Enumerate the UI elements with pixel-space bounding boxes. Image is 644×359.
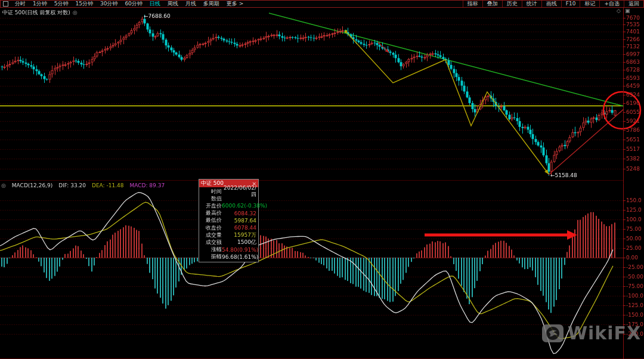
price-axis-label: 6863 <box>626 59 643 65</box>
peak-price-label: ←7688.60 <box>144 13 171 19</box>
macd-axis-label: 50.00 <box>626 236 643 242</box>
macd-settings-icon[interactable]: ◎ <box>1 183 6 188</box>
macd-axis-label: 75.00 <box>626 226 643 232</box>
menu-item-日线[interactable]: 日线 <box>146 1 164 7</box>
panel-icon[interactable]: ▣ <box>625 8 630 14</box>
low-price-label: ←5158.48 <box>550 172 577 178</box>
macd-formula[interactable]: MACD(12,26,9) <box>12 182 52 188</box>
tooltip-row-label: 振幅 <box>199 253 222 261</box>
menu-item-指标[interactable]: 指标 <box>463 1 482 7</box>
menu-item-60分钟[interactable]: 60分钟 <box>121 1 145 7</box>
tooltip-row-label: 最低价 <box>199 216 222 224</box>
tooltip-row-label: 时间 <box>199 188 222 196</box>
corner-icons: ◇▣ <box>617 8 630 14</box>
menu-item-历史[interactable]: 历史 <box>502 1 522 7</box>
symbol-title-row: 中证 500(日线 前复权 对数) ◎ <box>2 9 78 17</box>
window-icon[interactable] <box>3 1 8 7</box>
tooltip-row-value: 6000.62(-0.38%) <box>222 203 269 209</box>
tooltip-row-label: 数值 <box>199 195 222 203</box>
macd-axis-label: -50.00 <box>626 274 643 280</box>
chart-canvas[interactable] <box>0 0 644 359</box>
top-menubar: 分时1分钟5分钟15分钟30分钟60分钟日线周线月线多周期更多 > 指标叠加历史… <box>0 0 644 8</box>
tooltip-row-成交量: 成交量15957万 <box>199 231 258 239</box>
menu-item-返回[interactable]: 返回 <box>624 1 643 7</box>
macd-axis-label: -75.00 <box>626 283 643 289</box>
tooltip-row-振幅: 振幅96.68(1.61%) <box>199 253 258 261</box>
tooltip-row-label: 开盘价 <box>199 202 222 210</box>
price-axis-label: 5651 <box>626 137 643 143</box>
tooltip-row-开盘价: 开盘价6000.62(-0.38%) <box>199 202 258 209</box>
menu-item-标记[interactable]: 标记 <box>580 1 599 7</box>
tooltip-row-label: 成交额 <box>199 239 222 246</box>
tooltip-row-value: 96.68(1.61%) <box>222 254 260 260</box>
price-axis-label: 5921 <box>626 118 643 124</box>
macd-axis-label: -100.0 <box>626 293 643 299</box>
price-axis-label: 7401 <box>626 29 643 35</box>
macd-axis-label: 150.0 <box>626 197 643 203</box>
quote-tooltip-title: 中证 500 <box>201 180 224 187</box>
price-axis-label: 5517 <box>626 146 643 152</box>
menu-item-+自选[interactable]: +自选 <box>599 1 624 7</box>
tooltip-row-最高价: 最高价6084.32 <box>199 210 258 217</box>
macd-axis-label: -25.00 <box>626 264 643 270</box>
macd-header: ◎ MACD(12,26,9) DIF: 33.20 DEA: -11.48 M… <box>1 182 165 188</box>
macd-macd-value: MACD: 89.37 <box>129 182 165 188</box>
price-axis-label: 7132 <box>626 44 643 49</box>
menu-item-画线[interactable]: 画线 <box>541 1 561 7</box>
price-axis-label: 5248 <box>626 166 643 172</box>
tooltip-row-value: 1500亿 <box>222 239 258 246</box>
menu-item-15分钟[interactable]: 15分钟 <box>72 1 96 7</box>
menu-item-1分钟[interactable]: 1分钟 <box>29 1 51 7</box>
menu-item-30分钟[interactable]: 30分钟 <box>97 1 121 7</box>
tooltip-row-时间: 时间2022/06/02/四 <box>199 188 258 195</box>
diamond-icon[interactable]: ◇ <box>617 8 621 14</box>
tooltip-row-成交额: 成交额1500亿 <box>199 239 258 246</box>
price-axis-label: 7266 <box>626 36 643 42</box>
wikifx-logo-icon <box>541 324 564 343</box>
menu-item-5分钟[interactable]: 5分钟 <box>51 1 72 7</box>
quote-tooltip[interactable]: 中证 500 × 时间2022/06/02/四数值开盘价6000.62(-0.3… <box>199 179 259 262</box>
menu-item-多周期[interactable]: 多周期 <box>200 1 223 7</box>
tooltip-row-value: 6078.44 <box>222 225 258 231</box>
menu-item-统计[interactable]: 统计 <box>522 1 541 7</box>
tooltip-row-收盘价: 收盘价6078.44 <box>199 224 258 231</box>
tooltip-row-value: 5987.64 <box>222 218 258 224</box>
period-menu: 分时1分钟5分钟15分钟30分钟60分钟日线周线月线多周期更多 > <box>11 1 247 7</box>
tooltip-row-value: 15957万 <box>222 231 258 239</box>
macd-dea-value: DEA: -11.48 <box>92 182 124 188</box>
tooltip-row-涨幅: 涨幅54.80(0.91%) <box>199 246 258 253</box>
tooltip-row-label: 涨幅 <box>199 246 222 253</box>
price-axis-label: 6324 <box>626 92 643 98</box>
menu-item-更多 >[interactable]: 更多 > <box>223 1 247 7</box>
menu-item-月线[interactable]: 月线 <box>182 1 200 7</box>
wikifx-text: WikiFX <box>568 324 641 342</box>
wikifx-watermark: WikiFX <box>541 324 641 343</box>
tooltip-row-value: 2022/06/02/四 <box>222 185 258 199</box>
macd-axis-label: 25.00 <box>626 245 643 251</box>
tooltip-row-value: 6084.32 <box>222 211 258 216</box>
menu-item-F10[interactable]: F10 <box>561 1 580 7</box>
macd-axis-label: -150.0 <box>626 312 643 318</box>
price-axis-label: 6055 <box>626 109 643 115</box>
price-axis-label: 5786 <box>626 127 643 133</box>
menu-item-周线[interactable]: 周线 <box>164 1 182 7</box>
price-axis-label: 6997 <box>626 51 643 57</box>
price-axis-label: 6190 <box>626 100 643 106</box>
macd-axis-label: 125.0 <box>626 207 643 213</box>
tooltip-row-value: 54.80(0.91%) <box>222 247 260 253</box>
gear-icon[interactable]: ◎ <box>73 10 78 16</box>
price-axis-label: 7535 <box>626 21 643 27</box>
tooltip-row-最低价: 最低价5987.64 <box>199 217 258 224</box>
price-axis-label: 6728 <box>626 67 643 73</box>
tooltip-row-label: 收盘价 <box>199 224 222 232</box>
price-axis-label: 6593 <box>626 75 643 81</box>
tooltip-row-label: 成交量 <box>199 231 222 239</box>
symbol-title: 中证 500(日线 前复权 对数) <box>2 9 70 17</box>
macd-axis-label: -125.0 <box>626 302 643 308</box>
quote-tooltip-body: 时间2022/06/02/四数值开盘价6000.62(-0.38%)最高价608… <box>199 187 258 262</box>
menu-item-分时[interactable]: 分时 <box>11 1 29 7</box>
macd-axis-label: 0.00 <box>626 255 643 261</box>
macd-dif-value: DIF: 33.20 <box>58 182 86 188</box>
trading-app-window: 分时1分钟5分钟15分钟30分钟60分钟日线周线月线多周期更多 > 指标叠加历史… <box>0 0 644 359</box>
menu-item-叠加[interactable]: 叠加 <box>482 1 502 7</box>
